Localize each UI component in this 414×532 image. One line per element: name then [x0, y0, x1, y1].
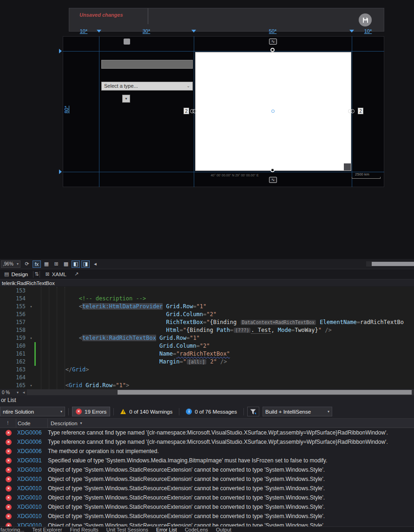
grid-column-marker-icon[interactable]: [191, 30, 196, 32]
error-row[interactable]: ×XDG0010Object of type 'System.Windows.S…: [0, 502, 414, 512]
tab-xaml[interactable]: ⊠ XAML: [41, 269, 71, 279]
fold-marker-icon[interactable]: ▾: [28, 303, 34, 311]
line-number[interactable]: 161: [0, 350, 28, 358]
panel-tab-error-list[interactable]: Error List: [156, 527, 177, 532]
margin-left-badge[interactable]: 2: [184, 108, 189, 114]
error-code[interactable]: XDG0006: [17, 448, 48, 454]
line-number[interactable]: 165: [0, 382, 28, 389]
grid-column-marker-icon[interactable]: [349, 30, 354, 32]
error-code[interactable]: XDG0006: [17, 439, 48, 445]
line-number[interactable]: 164: [0, 374, 28, 382]
column-width-label[interactable]: 30*: [143, 28, 151, 34]
xaml-designer-canvas[interactable]: Unsaved changes 10* 30* 50* 10* 80* Sele…: [0, 0, 414, 259]
description-column-header[interactable]: Description ▾: [47, 419, 414, 428]
top-handle-icon[interactable]: [270, 48, 275, 52]
bottom-handle-icon[interactable]: [270, 168, 275, 172]
designed-textbox[interactable]: [101, 60, 193, 69]
error-code[interactable]: XDG0010: [17, 467, 48, 473]
line-number[interactable]: 154: [0, 295, 28, 303]
error-code[interactable]: XDG0010: [17, 485, 48, 492]
line-number[interactable]: 157: [0, 318, 28, 326]
error-row[interactable]: ×XDG0006Type reference cannot find type …: [0, 428, 414, 437]
snap-to-snaplines-icon[interactable]: ◧: [72, 260, 80, 268]
error-row[interactable]: ×XDG0006Type reference cannot find type …: [0, 437, 414, 447]
line-number[interactable]: 158: [0, 326, 28, 334]
editor-hscrollbar[interactable]: [27, 389, 414, 395]
panel-tab-test-explorer[interactable]: Test Explorer: [32, 527, 62, 532]
scrollbar-thumb[interactable]: [372, 262, 414, 266]
snap-to-grid-icon[interactable]: ▩: [62, 260, 70, 268]
line-number[interactable]: 163: [0, 366, 28, 374]
line-number[interactable]: 159: [0, 334, 28, 342]
scope-filter-dropdown[interactable]: ntire Solution ▾: [0, 407, 65, 416]
breadcrumb[interactable]: telerik:RadRichTextBox: [0, 279, 414, 287]
effects-icon[interactable]: fx: [33, 260, 41, 268]
error-row[interactable]: ×XDG0031Specified value of type 'System.…: [0, 456, 414, 465]
error-code[interactable]: XDG0010: [17, 522, 48, 526]
panel-tab-factoring-[interactable]: factoring...: [0, 527, 24, 532]
error-code[interactable]: XDG0006: [17, 429, 48, 436]
anchor-indicator-icon[interactable]: ∿: [269, 177, 277, 183]
column-width-label[interactable]: 10*: [364, 28, 372, 34]
error-row[interactable]: ×XDG0010Object of type 'System.Windows.S…: [0, 521, 414, 526]
error-row[interactable]: ×XDG0010Object of type 'System.Windows.S…: [0, 474, 414, 484]
error-code[interactable]: XDG0010: [17, 513, 48, 519]
show-grid-icon[interactable]: ▦: [42, 260, 51, 268]
error-row[interactable]: ×XDG0010Object of type 'System.Windows.S…: [0, 493, 414, 502]
grid-column-marker-icon[interactable]: [97, 30, 101, 32]
save-icon[interactable]: [359, 13, 372, 26]
fold-marker-icon[interactable]: ▾: [28, 334, 34, 342]
error-code[interactable]: XDG0010: [17, 476, 48, 482]
line-number[interactable]: 162: [0, 358, 28, 366]
breadcrumb-element[interactable]: telerik:RadRichTextBox: [2, 280, 55, 286]
line-number[interactable]: 155: [0, 303, 28, 311]
designed-richtextbox[interactable]: [195, 52, 351, 171]
severity-column-header[interactable]: !: [0, 421, 16, 426]
error-code[interactable]: XDG0010: [17, 494, 48, 501]
fold-marker-icon[interactable]: ▾: [28, 382, 34, 389]
column-width-label[interactable]: 50*: [269, 28, 277, 34]
code-column-header[interactable]: Code: [16, 419, 47, 428]
xaml-code-editor[interactable]: 153154 <!-- description -->155▾ <telerik…: [0, 287, 414, 389]
swap-panes-icon[interactable]: ⇅: [34, 271, 39, 277]
row-height-label[interactable]: 80*: [64, 103, 69, 117]
grid-row-marker-icon[interactable]: [59, 49, 62, 53]
editor-zoom-select[interactable]: 0 % ▾: [0, 390, 20, 395]
show-gridlines-icon[interactable]: ⊞: [52, 260, 60, 268]
column-width-label[interactable]: 10*: [80, 28, 88, 34]
error-code[interactable]: XDG0031: [17, 457, 48, 464]
line-number[interactable]: 156: [0, 311, 28, 318]
anchor-indicator-icon[interactable]: ∿: [269, 39, 277, 45]
line-number[interactable]: 160: [0, 342, 28, 350]
show-annotations-icon[interactable]: ◨: [81, 260, 90, 268]
errors-filter-button[interactable]: × 19 Errors: [72, 407, 110, 416]
scroll-left-icon[interactable]: ◂: [20, 390, 27, 395]
filter-button[interactable]: [247, 407, 259, 416]
designed-combobox[interactable]: Select a type... ⌄: [101, 82, 193, 91]
error-code[interactable]: XDG0010: [17, 504, 48, 510]
panel-tab-codelens[interactable]: CodeLens: [185, 527, 208, 532]
scrollbar-thumb[interactable]: [118, 390, 412, 395]
line-number[interactable]: 153: [0, 287, 28, 295]
refresh-icon[interactable]: ⟳: [23, 260, 31, 268]
margin-chain-icon[interactable]: [348, 109, 355, 113]
center-handle-icon[interactable]: [271, 110, 275, 113]
error-row[interactable]: ×XDG0010Object of type 'System.Windows.S…: [0, 465, 414, 474]
panel-tab-find-results[interactable]: Find Results: [70, 527, 99, 532]
grid-row-marker-icon[interactable]: [59, 169, 62, 174]
messages-filter-button[interactable]: i 0 of 76 Messages: [183, 407, 240, 416]
popout-icon[interactable]: ↗: [74, 271, 79, 277]
warnings-filter-button[interactable]: ! 0 of 140 Warnings: [117, 407, 176, 416]
error-row[interactable]: ×XDG0010Object of type 'System.Windows.S…: [0, 484, 414, 493]
designed-dropdown-button[interactable]: ▾: [122, 95, 130, 103]
margin-right-badge[interactable]: 2: [358, 108, 363, 114]
tab-design[interactable]: ▤ Design: [0, 269, 32, 279]
collapse-arrow-icon[interactable]: ◂: [91, 260, 99, 268]
panel-tab-output[interactable]: Output: [216, 527, 231, 532]
resize-grip[interactable]: [344, 163, 351, 170]
margin-chain-icon[interactable]: [190, 109, 197, 113]
source-filter-dropdown[interactable]: Build + IntelliSense ▾: [263, 407, 332, 416]
designer-hscrollbar[interactable]: [366, 261, 414, 266]
panel-tab-unit-test-sessions[interactable]: Unit Test Sessions: [106, 527, 148, 532]
designer-zoom-select[interactable]: ,96% ▾: [1, 260, 20, 268]
